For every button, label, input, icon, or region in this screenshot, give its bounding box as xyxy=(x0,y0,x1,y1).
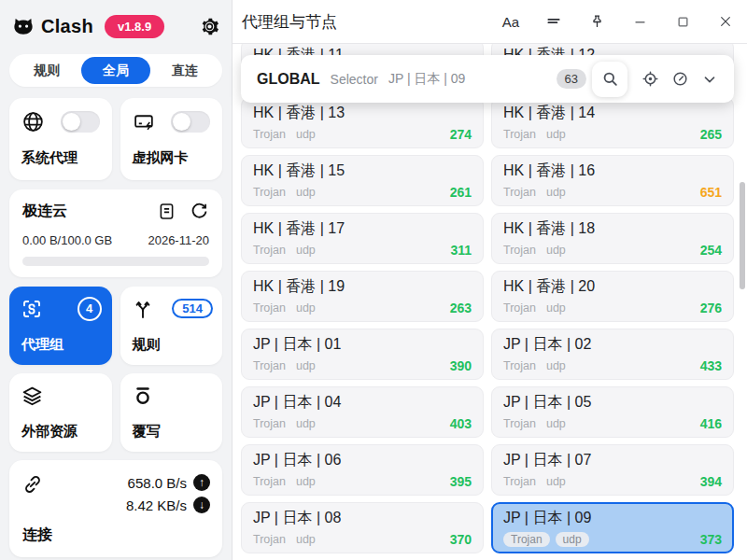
node-card[interactable]: HK | 香港 | 14 Trojanudp 265 xyxy=(491,97,734,148)
profile-refresh-icon[interactable] xyxy=(190,202,209,221)
node-name: JP | 日本 | 01 xyxy=(253,335,472,355)
node-card[interactable]: HK | 香港 | 17 Trojanudp 311 xyxy=(241,213,484,264)
node-name: HK | 香港 | 20 xyxy=(503,277,722,297)
node-card[interactable]: HK | 香港 | 15 Trojanudp 261 xyxy=(241,155,484,206)
node-protocol-tag: Trojan xyxy=(253,417,286,430)
node-latency: 370 xyxy=(450,532,472,547)
node-card[interactable]: HK | 香港 | 18 Trojanudp 254 xyxy=(491,213,734,264)
node-card[interactable]: JP | 日本 | 01 Trojanudp 390 xyxy=(241,329,484,380)
profile-expiry-date: 2026-11-20 xyxy=(148,233,209,247)
profile-details-icon[interactable] xyxy=(157,202,176,221)
locate-current-icon[interactable] xyxy=(635,70,665,88)
group-current-node: JP | 日本 | 09 xyxy=(388,71,466,88)
node-protocols: Trojanudp xyxy=(503,532,595,547)
node-name: HK | 香港 | 14 xyxy=(503,104,722,123)
download-speed: 8.42 KB/s xyxy=(126,497,187,513)
node-protocol-tag: udp xyxy=(296,475,316,488)
node-name: JP | 日本 | 06 xyxy=(253,451,472,470)
toggle-cards: 系统代理 虚拟网卡 xyxy=(9,98,222,180)
node-latency: 403 xyxy=(450,416,472,431)
node-name: HK | 香港 | 15 xyxy=(253,161,472,181)
node-protocols: Trojanudp xyxy=(503,186,576,199)
node-protocol-tag: Trojan xyxy=(503,359,536,372)
latency-test-gauge-icon[interactable] xyxy=(665,70,695,88)
node-protocol-tag: udp xyxy=(556,532,589,547)
connections-label: 连接 xyxy=(22,525,52,545)
app-name: Clash xyxy=(41,16,93,37)
node-name: JP | 日本 | 04 xyxy=(253,393,472,413)
node-name: HK | 香港 | 18 xyxy=(503,219,722,239)
override-icon xyxy=(132,385,212,407)
node-card[interactable]: JP | 日本 | 08 Trojanudp 370 xyxy=(241,502,484,553)
node-card[interactable]: JP | 日本 | 05 Trojanudp 416 xyxy=(491,386,734,438)
node-latency: 265 xyxy=(700,127,722,142)
node-protocol-tag: Trojan xyxy=(253,475,286,488)
network-card-icon xyxy=(133,110,156,133)
group-selector-bar[interactable]: GLOBAL Selector JP | 日本 | 09 63 xyxy=(241,55,734,103)
connections-card[interactable]: 658.0 B/s ↑ 8.42 KB/s ↓ 连接 xyxy=(9,460,222,557)
node-name: JP | 日本 | 05 xyxy=(503,393,722,413)
node-card[interactable]: JP | 日本 | 07 Trojanudp 394 xyxy=(491,444,734,496)
system-proxy-toggle[interactable] xyxy=(61,111,100,133)
text-size-icon[interactable]: Aa xyxy=(489,14,532,30)
node-protocol-tag: Trojan xyxy=(503,301,536,315)
tab-direct-mode[interactable]: 直连 xyxy=(150,57,219,84)
search-button[interactable] xyxy=(592,62,627,97)
globe-icon xyxy=(21,110,45,133)
main-panel: 代理组与节点 Aa xyxy=(233,0,747,560)
node-protocol-tag: udp xyxy=(296,359,316,372)
node-card[interactable]: HK | 香港 | 19 Trojanudp 263 xyxy=(241,271,484,322)
link-icon xyxy=(21,473,44,496)
node-card[interactable]: JP | 日本 | 06 Trojanudp 395 xyxy=(241,444,484,496)
node-name: JP | 日本 | 09 xyxy=(503,509,722,528)
tab-rule-mode[interactable]: 规则 xyxy=(12,57,81,84)
layers-icon xyxy=(21,385,101,408)
tun-mode-toggle[interactable] xyxy=(171,111,210,133)
profile-usage: 0.00 B/100.0 GB xyxy=(22,233,112,247)
scrollbar-thumb[interactable] xyxy=(740,182,745,289)
nav-proxy-groups[interactable]: 4 代理组 xyxy=(9,287,112,365)
node-protocols: Trojanudp xyxy=(253,128,326,141)
node-protocol-tag: udp xyxy=(296,417,316,430)
settings-gear-icon[interactable] xyxy=(199,16,220,37)
node-protocol-tag: udp xyxy=(296,128,316,141)
node-latency: 274 xyxy=(450,127,472,142)
pin-icon[interactable] xyxy=(575,14,618,30)
node-protocol-tag: udp xyxy=(546,359,566,372)
profile-card[interactable]: 极连云 xyxy=(9,189,222,277)
node-latency: 373 xyxy=(700,532,722,547)
maximize-button[interactable] xyxy=(661,15,704,29)
node-protocols: Trojanudp xyxy=(503,301,576,315)
minimize-button[interactable] xyxy=(618,14,661,30)
nav-override[interactable]: 覆写 xyxy=(120,373,223,452)
node-latency: 651 xyxy=(700,185,722,200)
node-name: HK | 香港 | 19 xyxy=(253,277,472,297)
upload-arrow-icon: ↑ xyxy=(193,474,210,491)
list-lines-icon[interactable] xyxy=(532,13,575,30)
node-latency: 263 xyxy=(450,301,472,315)
nav-external-resources[interactable]: 外部资源 xyxy=(9,373,112,452)
tab-global-mode[interactable]: 全局 xyxy=(81,57,150,84)
node-card[interactable]: JP | 日本 | 09 Trojanudp 373 xyxy=(491,502,734,553)
chevron-down-icon[interactable] xyxy=(695,71,725,88)
rules-count-badge: 514 xyxy=(172,299,213,318)
node-card[interactable]: HK | 香港 | 20 Trojanudp 276 xyxy=(491,271,734,322)
clash-app-window: Clash v1.8.9 规则 全局 直连 xyxy=(0,0,747,560)
upload-speed: 658.0 B/s xyxy=(128,475,187,491)
node-protocol-tag: Trojan xyxy=(503,475,536,488)
node-card[interactable]: JP | 日本 | 02 Trojanudp 433 xyxy=(491,329,734,380)
node-card[interactable]: HK | 香港 | 13 Trojanudp 274 xyxy=(241,97,484,148)
system-proxy-card: 系统代理 xyxy=(9,98,112,180)
node-card[interactable]: HK | 香港 | 16 Trojanudp 651 xyxy=(491,155,734,206)
node-card[interactable]: JP | 日本 | 04 Trojanudp 403 xyxy=(241,386,484,438)
nav-rules[interactable]: 514 规则 xyxy=(120,287,223,365)
download-arrow-icon: ↓ xyxy=(193,497,210,513)
node-protocol-tag: Trojan xyxy=(253,128,286,141)
page-title: 代理组与节点 xyxy=(242,11,337,33)
node-latency: 394 xyxy=(700,474,722,489)
node-latency: 261 xyxy=(450,185,472,200)
node-protocol-tag: udp xyxy=(546,417,566,430)
close-button[interactable] xyxy=(704,14,747,29)
node-name: JP | 日本 | 02 xyxy=(503,335,722,355)
node-protocol-tag: Trojan xyxy=(503,417,536,430)
